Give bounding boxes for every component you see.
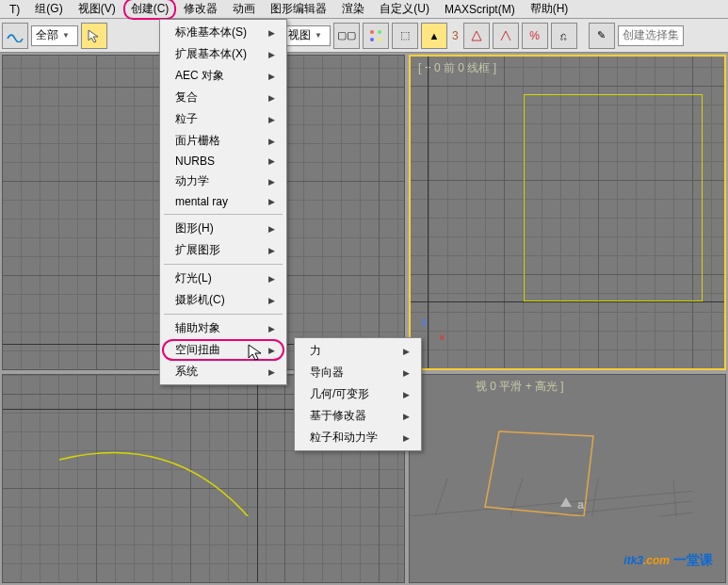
menu-item-辅助对象[interactable]: 辅助对象▶ [162,317,284,339]
gizmo-x: × [439,332,445,343]
mirror-icon[interactable]: ▢▢ [333,23,360,49]
menu-item-AEC 对象[interactable]: AEC 对象▶ [162,65,284,87]
menu-item-摄影机(C)[interactable]: 摄影机(C)▶ [162,289,284,311]
view-gizmo: a [557,496,584,514]
menu-item-灯光(L)[interactable]: 灯光(L)▶ [162,268,284,289]
watermark-logo: itk3.com一堂课 [623,535,713,572]
svg-point-4 [378,38,381,41]
menu-item-NURBS[interactable]: NURBS▶ [162,152,284,171]
select-tool-icon[interactable] [81,23,107,49]
view-dropdown[interactable]: 视图▼ [283,25,331,46]
spinner-snap-icon[interactable]: % [522,23,548,49]
menu-item-扩展基本体(X)[interactable]: 扩展基本体(X)▶ [162,43,284,65]
filter-dropdown[interactable]: 全部▼ [31,25,78,46]
menu-help[interactable]: 帮助(H) [523,0,576,19]
submenu-item-几何/可变形[interactable]: 几何/可变形▶ [297,383,419,405]
menu-bar: T) 组(G) 视图(V) 创建(C) 修改器 动画 图形编辑器 渲染 自定义(… [0,0,728,19]
menu-modifier[interactable]: 修改器 [176,0,225,19]
layers-icon[interactable]: ⬚ [392,23,418,49]
svg-point-3 [370,38,374,41]
menu-view[interactable]: 视图(V) [71,0,123,19]
submenu-item-力[interactable]: 力▶ [297,340,419,362]
menu-item-图形(H)[interactable]: 图形(H)▶ [162,218,284,239]
menu-item-动力学[interactable]: 动力学▶ [162,171,284,192]
menu-item-标准基本体(S)[interactable]: 标准基本体(S)▶ [162,22,284,43]
svg-line-10 [410,479,447,516]
menu-item-mental ray[interactable]: mental ray▶ [162,192,284,211]
spacewarp-submenu: 力▶导向器▶几何/可变形▶基于修改器▶粒子和动力学▶ [294,337,422,451]
curves-icon[interactable] [2,23,28,49]
viewport-label: [ + 0 前 0 线框 ] [418,60,496,76]
snap-value-label: 3 [450,29,461,42]
menu-render[interactable]: 渲染 [334,0,372,19]
menu-create[interactable]: 创建(C) [123,0,177,20]
svg-line-5 [410,488,692,516]
menu-group[interactable]: 组(G) [27,0,70,19]
named-selection-input[interactable]: 创建选择集 [618,25,684,46]
menu-animation[interactable]: 动画 [225,0,263,19]
percent-snap-icon[interactable] [493,23,519,49]
svg-line-13 [673,480,683,516]
submenu-item-基于修改器[interactable]: 基于修改器▶ [297,405,419,427]
svg-point-1 [370,30,374,34]
snap-toggle-icon[interactable]: ▲ [421,23,447,49]
gizmo-z: z [422,316,428,327]
spline-curve [3,375,285,516]
menu-gfxeditor[interactable]: 图形编辑器 [263,0,334,19]
menu-item-空间扭曲[interactable]: 空间扭曲▶ [162,339,284,361]
perspective-grid [410,375,692,516]
menu-item-面片栅格[interactable]: 面片栅格▶ [162,130,284,152]
align-icon[interactable] [363,23,389,49]
menu-t[interactable]: T) [2,1,27,18]
create-menu: 标准基本体(S)▶扩展基本体(X)▶AEC 对象▶复合▶粒子▶面片栅格▶NURB… [159,19,287,385]
menu-item-粒子[interactable]: 粒子▶ [162,108,284,130]
menu-customize[interactable]: 自定义(U) [372,0,437,19]
toolbar: 全部▼ 视图▼ ▢▢ ⬚ ▲ 3 % ⎌ ✎ 创建选择集 [0,19,728,53]
submenu-item-粒子和动力学[interactable]: 粒子和动力学▶ [297,427,419,448]
submenu-item-导向器[interactable]: 导向器▶ [297,362,419,383]
menu-item-复合[interactable]: 复合▶ [162,87,284,108]
svg-line-11 [485,479,523,516]
named-sel-icon[interactable]: ✎ [589,23,615,49]
angle-snap-icon[interactable] [463,23,490,49]
tool-a-icon[interactable]: ⎌ [551,23,577,49]
menu-maxscript[interactable]: MAXScript(M) [437,1,523,18]
menu-item-扩展图形[interactable]: 扩展图形▶ [162,239,284,261]
viewport-area: [ + 0 前 0 线框 ] z × 视 0 平滑 + 高光 ] a [0,53,728,585]
menu-item-系统[interactable]: 系统▶ [162,361,284,382]
svg-point-2 [378,30,381,34]
viewport-top-right[interactable]: [ + 0 前 0 线框 ] z × [409,55,726,370]
